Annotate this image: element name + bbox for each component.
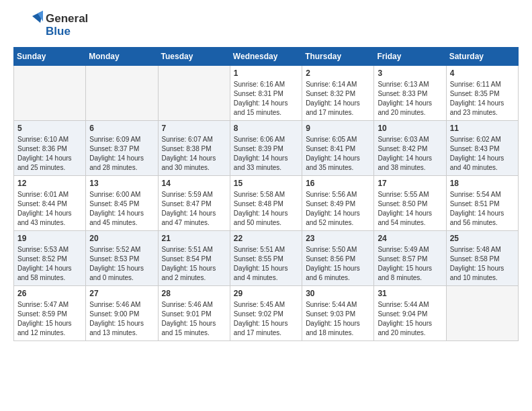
day-info: Sunrise: 5:52 AM Sunset: 8:53 PM Dayligh… <box>89 245 154 283</box>
col-header-friday: Friday <box>374 48 446 66</box>
week-row-2: 5Sunrise: 6:10 AM Sunset: 8:36 PM Daylig… <box>14 121 519 176</box>
day-info: Sunrise: 5:44 AM Sunset: 9:04 PM Dayligh… <box>378 300 442 338</box>
day-cell: 4Sunrise: 6:11 AM Sunset: 8:35 PM Daylig… <box>446 66 518 121</box>
day-cell <box>14 66 86 121</box>
day-info: Sunrise: 5:53 AM Sunset: 8:52 PM Dayligh… <box>17 245 82 283</box>
day-number: 1 <box>234 68 298 78</box>
logo-icon <box>13 11 43 40</box>
day-info: Sunrise: 5:54 AM Sunset: 8:51 PM Dayligh… <box>450 190 515 228</box>
col-header-wednesday: Wednesday <box>230 48 302 66</box>
day-number: 3 <box>378 68 442 78</box>
day-info: Sunrise: 6:02 AM Sunset: 8:43 PM Dayligh… <box>450 135 515 173</box>
logo-wordmark: GeneralBlue <box>46 13 88 38</box>
day-info: Sunrise: 6:06 AM Sunset: 8:39 PM Dayligh… <box>234 135 298 173</box>
day-cell <box>158 66 230 121</box>
day-cell: 25Sunrise: 5:48 AM Sunset: 8:58 PM Dayli… <box>446 231 518 286</box>
day-info: Sunrise: 6:01 AM Sunset: 8:44 PM Dayligh… <box>17 190 82 228</box>
day-cell: 3Sunrise: 6:13 AM Sunset: 8:33 PM Daylig… <box>374 66 446 121</box>
day-info: Sunrise: 5:45 AM Sunset: 9:02 PM Dayligh… <box>234 300 298 338</box>
day-number: 14 <box>162 179 226 188</box>
header-row: SundayMondayTuesdayWednesdayThursdayFrid… <box>14 48 519 66</box>
day-info: Sunrise: 6:14 AM Sunset: 8:32 PM Dayligh… <box>306 80 370 118</box>
day-info: Sunrise: 6:13 AM Sunset: 8:33 PM Dayligh… <box>378 80 442 118</box>
day-cell <box>86 66 158 121</box>
day-cell: 17Sunrise: 5:55 AM Sunset: 8:50 PM Dayli… <box>374 176 446 231</box>
day-cell: 13Sunrise: 6:00 AM Sunset: 8:45 PM Dayli… <box>86 176 158 231</box>
logo-blue: Blue <box>46 26 88 38</box>
day-cell: 11Sunrise: 6:02 AM Sunset: 8:43 PM Dayli… <box>446 121 518 176</box>
day-info: Sunrise: 5:50 AM Sunset: 8:56 PM Dayligh… <box>306 245 370 283</box>
day-cell: 6Sunrise: 6:09 AM Sunset: 8:37 PM Daylig… <box>86 121 158 176</box>
day-info: Sunrise: 5:46 AM Sunset: 9:01 PM Dayligh… <box>162 300 226 338</box>
day-cell: 7Sunrise: 6:07 AM Sunset: 8:38 PM Daylig… <box>158 121 230 176</box>
day-number: 5 <box>17 124 82 133</box>
day-cell: 29Sunrise: 5:45 AM Sunset: 9:02 PM Dayli… <box>230 286 302 341</box>
day-cell: 27Sunrise: 5:46 AM Sunset: 9:00 PM Dayli… <box>86 286 158 341</box>
day-number: 8 <box>234 124 298 133</box>
day-cell: 31Sunrise: 5:44 AM Sunset: 9:04 PM Dayli… <box>374 286 446 341</box>
day-number: 29 <box>234 289 298 298</box>
day-cell: 2Sunrise: 6:14 AM Sunset: 8:32 PM Daylig… <box>302 66 374 121</box>
day-info: Sunrise: 6:10 AM Sunset: 8:36 PM Dayligh… <box>17 135 82 173</box>
day-info: Sunrise: 6:05 AM Sunset: 8:41 PM Dayligh… <box>306 135 370 173</box>
day-number: 6 <box>89 124 154 133</box>
day-number: 25 <box>450 234 515 243</box>
day-info: Sunrise: 6:09 AM Sunset: 8:37 PM Dayligh… <box>89 135 154 173</box>
day-cell: 24Sunrise: 5:49 AM Sunset: 8:57 PM Dayli… <box>374 231 446 286</box>
day-number: 31 <box>378 289 442 298</box>
day-cell: 10Sunrise: 6:03 AM Sunset: 8:42 PM Dayli… <box>374 121 446 176</box>
day-cell: 18Sunrise: 5:54 AM Sunset: 8:51 PM Dayli… <box>446 176 518 231</box>
day-cell: 14Sunrise: 5:59 AM Sunset: 8:47 PM Dayli… <box>158 176 230 231</box>
day-cell: 9Sunrise: 6:05 AM Sunset: 8:41 PM Daylig… <box>302 121 374 176</box>
col-header-thursday: Thursday <box>302 48 374 66</box>
day-cell: 23Sunrise: 5:50 AM Sunset: 8:56 PM Dayli… <box>302 231 374 286</box>
day-number: 9 <box>306 124 370 133</box>
day-cell: 22Sunrise: 5:51 AM Sunset: 8:55 PM Dayli… <box>230 231 302 286</box>
day-number: 27 <box>89 289 154 298</box>
day-number: 30 <box>306 289 370 298</box>
day-number: 12 <box>17 179 82 188</box>
day-info: Sunrise: 5:48 AM Sunset: 8:58 PM Dayligh… <box>450 245 515 283</box>
week-row-1: 1Sunrise: 6:16 AM Sunset: 8:31 PM Daylig… <box>14 66 519 121</box>
day-cell: 12Sunrise: 6:01 AM Sunset: 8:44 PM Dayli… <box>14 176 86 231</box>
day-number: 26 <box>17 289 82 298</box>
day-cell: 15Sunrise: 5:58 AM Sunset: 8:48 PM Dayli… <box>230 176 302 231</box>
day-cell <box>446 286 518 341</box>
day-cell: 26Sunrise: 5:47 AM Sunset: 8:59 PM Dayli… <box>14 286 86 341</box>
col-header-monday: Monday <box>86 48 158 66</box>
day-number: 15 <box>234 179 298 188</box>
day-cell: 21Sunrise: 5:51 AM Sunset: 8:54 PM Dayli… <box>158 231 230 286</box>
page: GeneralBlue SundayMondayTuesdayWednesday… <box>0 0 532 352</box>
col-header-saturday: Saturday <box>446 48 518 66</box>
day-info: Sunrise: 6:07 AM Sunset: 8:38 PM Dayligh… <box>162 135 226 173</box>
day-info: Sunrise: 5:59 AM Sunset: 8:47 PM Dayligh… <box>162 190 226 228</box>
day-info: Sunrise: 6:00 AM Sunset: 8:45 PM Dayligh… <box>89 190 154 228</box>
week-row-3: 12Sunrise: 6:01 AM Sunset: 8:44 PM Dayli… <box>14 176 519 231</box>
day-number: 10 <box>378 124 442 133</box>
day-number: 7 <box>162 124 226 133</box>
day-info: Sunrise: 6:11 AM Sunset: 8:35 PM Dayligh… <box>450 80 515 118</box>
day-info: Sunrise: 6:03 AM Sunset: 8:42 PM Dayligh… <box>378 135 442 173</box>
day-info: Sunrise: 5:51 AM Sunset: 8:54 PM Dayligh… <box>162 245 226 283</box>
calendar-table: SundayMondayTuesdayWednesdayThursdayFrid… <box>13 47 519 341</box>
header: GeneralBlue <box>13 11 519 40</box>
logo: GeneralBlue <box>13 11 88 40</box>
col-header-sunday: Sunday <box>14 48 86 66</box>
week-row-4: 19Sunrise: 5:53 AM Sunset: 8:52 PM Dayli… <box>14 231 519 286</box>
day-number: 20 <box>89 234 154 243</box>
day-number: 16 <box>306 179 370 188</box>
day-info: Sunrise: 6:16 AM Sunset: 8:31 PM Dayligh… <box>234 80 298 118</box>
day-number: 2 <box>306 68 370 78</box>
day-info: Sunrise: 5:55 AM Sunset: 8:50 PM Dayligh… <box>378 190 442 228</box>
day-info: Sunrise: 5:47 AM Sunset: 8:59 PM Dayligh… <box>17 300 82 338</box>
day-info: Sunrise: 5:44 AM Sunset: 9:03 PM Dayligh… <box>306 300 370 338</box>
day-cell: 28Sunrise: 5:46 AM Sunset: 9:01 PM Dayli… <box>158 286 230 341</box>
day-number: 18 <box>450 179 515 188</box>
day-number: 17 <box>378 179 442 188</box>
day-number: 22 <box>234 234 298 243</box>
day-info: Sunrise: 5:51 AM Sunset: 8:55 PM Dayligh… <box>234 245 298 283</box>
day-cell: 20Sunrise: 5:52 AM Sunset: 8:53 PM Dayli… <box>86 231 158 286</box>
week-row-5: 26Sunrise: 5:47 AM Sunset: 8:59 PM Dayli… <box>14 286 519 341</box>
day-info: Sunrise: 5:58 AM Sunset: 8:48 PM Dayligh… <box>234 190 298 228</box>
day-info: Sunrise: 5:56 AM Sunset: 8:49 PM Dayligh… <box>306 190 370 228</box>
